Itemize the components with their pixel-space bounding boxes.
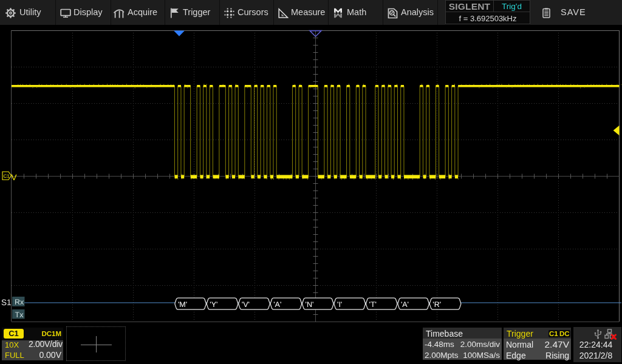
svg-text:'N': 'N' <box>306 300 314 309</box>
svg-text:S1: S1 <box>1 298 12 307</box>
svg-text:'T': 'T' <box>369 300 377 309</box>
svg-text:'A': 'A' <box>401 300 409 309</box>
svg-text:'A': 'A' <box>273 300 281 309</box>
svg-text:Tx: Tx <box>15 311 24 319</box>
svg-text:V: V <box>12 173 17 182</box>
svg-text:'R': 'R' <box>432 300 441 309</box>
svg-text:C1: C1 <box>4 174 10 179</box>
svg-text:'V': 'V' <box>242 300 250 309</box>
svg-text:'Y': 'Y' <box>210 300 217 309</box>
svg-text:Rx: Rx <box>15 298 24 306</box>
svg-text:'I': 'I' <box>337 300 342 309</box>
svg-text:'M': 'M' <box>178 300 187 309</box>
